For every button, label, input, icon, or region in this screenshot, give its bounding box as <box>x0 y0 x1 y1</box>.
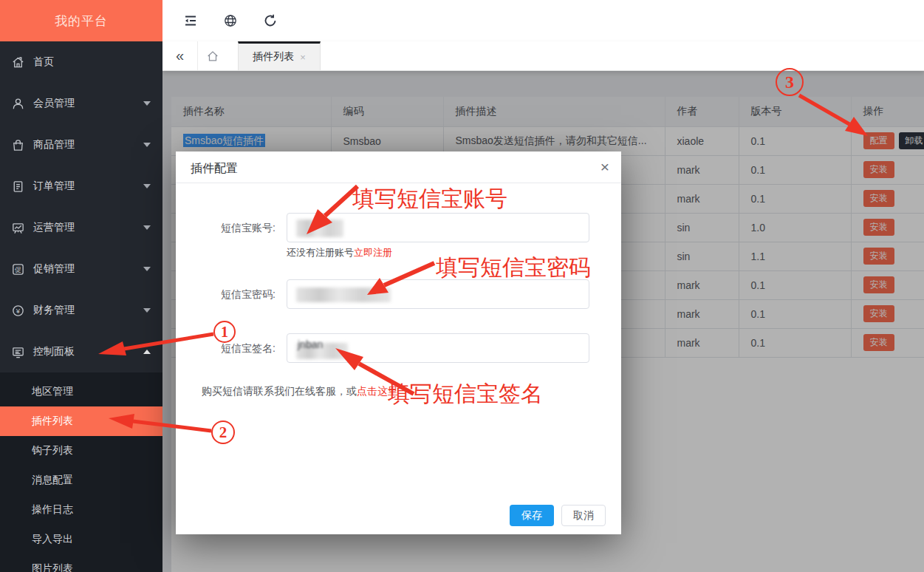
sidebar-item-goods[interactable]: 商品管理 <box>0 124 162 166</box>
sidebar-item-promotion[interactable]: 促 促销管理 <box>0 248 162 290</box>
sidebar-item-region[interactable]: 地区管理 <box>0 377 162 406</box>
member-icon <box>11 97 25 111</box>
sidebar-item-operation-log[interactable]: 操作日志 <box>0 495 162 525</box>
svg-text:促: 促 <box>14 266 21 273</box>
chevron-down-icon <box>143 143 151 147</box>
sidebar-item-operation[interactable]: 运营管理 <box>0 207 162 248</box>
sidebar-item-hook-list[interactable]: 钩子列表 <box>0 436 162 466</box>
order-icon <box>11 180 25 194</box>
sidebar-item-finance[interactable]: ¥ 财务管理 <box>0 290 162 331</box>
sidebar-item-label: 商品管理 <box>33 138 143 151</box>
tabs-collapse-button[interactable]: « <box>162 41 198 70</box>
sidebar-item-orders[interactable]: 订单管理 <box>0 166 162 207</box>
tab-bar: « 插件列表 × <box>162 41 924 71</box>
control-panel-submenu: 地区管理 插件列表 钩子列表 消息配置 操作日志 导入导出 图片列表 <box>0 372 162 572</box>
sidebar-item-label: 订单管理 <box>33 180 143 193</box>
click-here-link[interactable]: 点击这里 <box>357 385 398 397</box>
signature-label: 短信宝签名: <box>176 342 276 355</box>
sidebar-item-label: 会员管理 <box>33 97 143 110</box>
cancel-button[interactable]: 取消 <box>561 505 606 526</box>
chevron-down-icon <box>143 184 151 188</box>
account-label: 短信宝账号: <box>176 222 276 235</box>
sidebar-item-message-config[interactable]: 消息配置 <box>0 466 162 495</box>
password-label: 短信宝密码: <box>176 288 276 302</box>
sidebar: 我的平台 首页 会员管理 商品管理 订单管理 运营管理 促 促销管理 <box>0 0 162 572</box>
home-icon <box>11 55 25 69</box>
tab-plugin-list[interactable]: 插件列表 × <box>238 41 321 70</box>
svg-text:¥: ¥ <box>16 306 21 314</box>
sidebar-item-import-export[interactable]: 导入导出 <box>0 525 162 554</box>
sidebar-item-label: 促销管理 <box>33 262 143 276</box>
smsbao-signature-input[interactable]: jnban <box>287 333 589 363</box>
masked-account-value <box>296 219 343 237</box>
chevron-down-icon <box>143 225 151 230</box>
refresh-icon[interactable] <box>263 13 278 28</box>
goods-icon <box>11 138 25 152</box>
chevron-up-icon <box>143 350 151 354</box>
register-now-link[interactable]: 立即注册 <box>354 247 392 258</box>
sidebar-item-members[interactable]: 会员管理 <box>0 83 162 124</box>
sidebar-item-label: 控制面板 <box>33 345 143 358</box>
smsbao-account-input[interactable] <box>287 213 589 242</box>
sidebar-item-label: 财务管理 <box>33 304 143 317</box>
home-icon <box>206 50 219 63</box>
sidebar-item-label: 运营管理 <box>33 221 143 234</box>
sidebar-item-label: 首页 <box>33 55 151 69</box>
footnote-text: 购买短信请联系我们在线客服，或 <box>202 385 357 397</box>
top-toolbar <box>162 0 924 41</box>
chevron-down-icon <box>143 308 151 313</box>
chevron-down-icon <box>143 267 151 271</box>
buy-sms-footnote: 购买短信请联系我们在线客服，或点击这里 <box>202 385 398 398</box>
collapse-icon[interactable] <box>183 13 198 28</box>
dialog-close-icon[interactable]: × <box>600 158 609 176</box>
masked-password-value <box>296 287 391 302</box>
page: 我的平台 首页 会员管理 商品管理 订单管理 运营管理 促 促销管理 <box>0 0 924 572</box>
control-panel-icon <box>11 345 25 359</box>
chevron-down-icon <box>143 101 151 106</box>
sidebar-item-image-list[interactable]: 图片列表 <box>0 554 162 572</box>
tab-home-button[interactable] <box>198 41 227 70</box>
finance-icon: ¥ <box>11 304 25 318</box>
register-helper: 还没有注册账号立即注册 <box>287 246 392 259</box>
sidebar-item-control-panel[interactable]: 控制面板 <box>0 331 162 372</box>
dialog-title: 插件配置 <box>191 161 238 177</box>
tab-label: 插件列表 <box>253 50 294 64</box>
smsbao-password-input[interactable] <box>287 279 589 309</box>
operation-icon <box>11 221 25 235</box>
tab-close-icon[interactable]: × <box>300 52 306 63</box>
divider <box>176 183 621 183</box>
helper-text: 还没有注册账号 <box>287 247 354 258</box>
masked-signature-text: jnban <box>298 338 323 350</box>
save-button[interactable]: 保存 <box>510 505 554 526</box>
app-title: 我的平台 <box>0 0 162 41</box>
sidebar-item-plugin-list[interactable]: 插件列表 <box>0 406 162 436</box>
plugin-config-dialog: 插件配置 × 短信宝账号: 还没有注册账号立即注册 短信宝密码: 短信宝签名: … <box>176 151 621 534</box>
promotion-icon: 促 <box>11 262 25 276</box>
sidebar-item-home[interactable]: 首页 <box>0 41 162 83</box>
globe-icon[interactable] <box>223 13 238 28</box>
